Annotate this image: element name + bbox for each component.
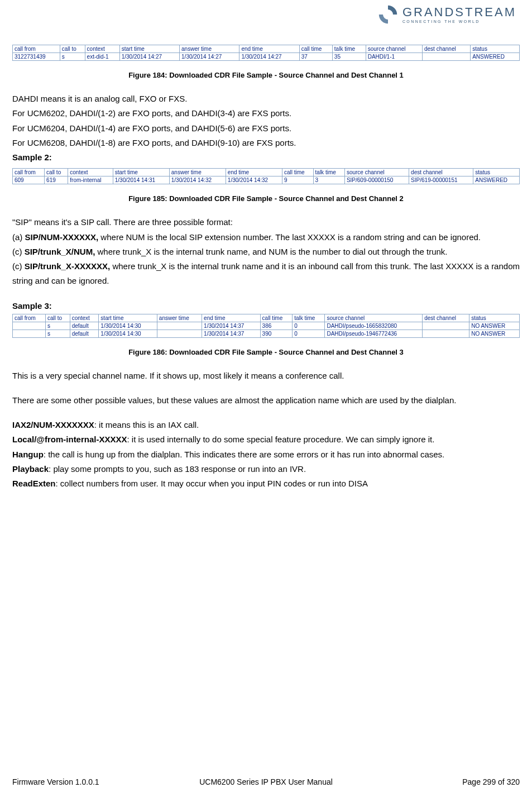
- table-cell: 1/30/2014 14:27: [239, 53, 299, 61]
- text-line: Hangup: the call is hung up from the dia…: [12, 447, 520, 462]
- conference-explanation: This is a very special channel name. If …: [12, 369, 520, 491]
- table-cell: 619: [45, 176, 68, 184]
- column-header: answer time: [157, 314, 202, 322]
- sample-2-heading: Sample 2:: [12, 150, 520, 165]
- column-header: dest channel: [409, 169, 473, 176]
- text-line: "SIP" means it's a SIP call. There are t…: [12, 215, 520, 230]
- table-cell: 1/30/2014 14:37: [202, 322, 260, 330]
- column-header: call from: [13, 45, 60, 53]
- column-header: call to: [46, 314, 70, 322]
- column-header: status: [469, 314, 520, 322]
- table-cell: ANSWERED: [471, 53, 520, 61]
- table-cell: 35: [332, 53, 366, 61]
- table-cell: [423, 330, 469, 337]
- table-cell: 9: [282, 176, 313, 184]
- logo-tagline: CONNECTING THE WORLD: [402, 20, 516, 23]
- table-cell: 3122731439: [13, 53, 60, 61]
- table-cell: DAHDI/pseudo-1946772436: [325, 330, 423, 337]
- table-cell: [157, 322, 202, 330]
- column-header: dest channel: [422, 45, 470, 53]
- grandstream-swoosh-icon: [378, 4, 398, 25]
- table-row: sdefault1/30/2014 14:301/30/2014 14:3738…: [13, 322, 520, 330]
- column-header: context: [85, 45, 119, 53]
- table-cell: 1/30/2014 14:32: [169, 176, 226, 184]
- text-line: Playback: play some prompts to you, such…: [12, 462, 520, 476]
- table-cell: [423, 322, 469, 330]
- text-line: There are some other possible values, bu…: [12, 393, 520, 408]
- sample-3-heading: Sample 3:: [12, 301, 520, 311]
- text-line: Local/@from-internal-XXXXX: it is used i…: [12, 432, 520, 447]
- figure-caption-186: Figure 186: Downloaded CDR File Sample -…: [12, 348, 520, 356]
- column-header: context: [70, 314, 99, 322]
- column-header: answer time: [169, 169, 226, 176]
- column-header: call from: [13, 314, 46, 322]
- table-row: 3122731439sext-did-11/30/2014 14:271/30/…: [13, 53, 520, 61]
- column-header: call to: [60, 45, 85, 53]
- table-cell: 1/30/2014 14:30: [99, 330, 157, 337]
- table-cell: 1/30/2014 14:37: [202, 330, 260, 337]
- table-cell: 1/30/2014 14:27: [119, 53, 179, 61]
- cdr-table-3: call fromcall tocontextstart timeanswer …: [12, 314, 520, 338]
- cdr-table-1: call fromcall tocontextstart timeanswer …: [12, 45, 520, 61]
- column-header: answer time: [180, 45, 239, 53]
- table-cell: 1/30/2014 14:30: [99, 322, 157, 330]
- text-line: For UCM6202, DAHDI/(1-2) are FXO ports, …: [12, 106, 520, 121]
- logo-text: GRANDSTREAM: [402, 6, 516, 18]
- table-cell: NO ANSWER: [469, 330, 520, 337]
- table-cell: from-internal: [68, 176, 113, 184]
- text-line: ReadExten: collect numbers from user. It…: [12, 476, 520, 491]
- column-header: status: [471, 45, 520, 53]
- table-cell: 1/30/2014 14:31: [113, 176, 169, 184]
- table-cell: DAHDI/pseudo-1665832080: [325, 322, 423, 330]
- table-cell: [157, 330, 202, 337]
- column-header: start time: [113, 169, 169, 176]
- table-cell: s: [60, 53, 85, 61]
- column-header: end time: [239, 45, 299, 53]
- column-header: end time: [202, 314, 260, 322]
- column-header: call time: [282, 169, 313, 176]
- column-header: talk time: [293, 314, 325, 322]
- table-cell: SIP/609-00000150: [344, 176, 409, 184]
- column-header: context: [68, 169, 113, 176]
- figure-caption-185: Figure 185: Downloaded CDR File Sample -…: [12, 194, 520, 203]
- column-header: talk time: [313, 169, 344, 176]
- column-header: status: [473, 169, 520, 176]
- table-cell: [13, 330, 46, 337]
- column-header: start time: [119, 45, 179, 53]
- column-header: call time: [260, 314, 293, 322]
- table-cell: ANSWERED: [473, 176, 520, 184]
- table-cell: 0: [293, 330, 325, 337]
- table-cell: 3: [313, 176, 344, 184]
- footer-title: UCM6200 Series IP PBX User Manual: [12, 777, 520, 786]
- column-header: call from: [13, 169, 45, 176]
- column-header: call to: [45, 169, 68, 176]
- text-line: DAHDI means it is an analog call, FXO or…: [12, 92, 520, 106]
- sip-explanation: "SIP" means it's a SIP call. There are t…: [12, 215, 520, 288]
- text-line: (c) SIP/trunk_X-XXXXXX, where trunk_X is…: [12, 259, 520, 289]
- table-cell: 0: [293, 322, 325, 330]
- column-header: dest channel: [423, 314, 469, 322]
- text-line: For UCM6208, DAHDI/(1-8) are FXO ports, …: [12, 136, 520, 150]
- table-header-row: call fromcall tocontextstart timeanswer …: [13, 169, 520, 176]
- table-row: 609619from-internal1/30/2014 14:311/30/2…: [13, 176, 520, 184]
- text-line: (a) SIP/NUM-XXXXXX, where NUM is the loc…: [12, 230, 520, 245]
- table-cell: s: [46, 330, 70, 337]
- table-cell: SIP/619-00000151: [409, 176, 473, 184]
- table-cell: default: [70, 322, 99, 330]
- table-cell: default: [70, 330, 99, 337]
- column-header: source channel: [344, 169, 409, 176]
- text-line: (c) SIP/trunk_X/NUM, where trunk_X is th…: [12, 245, 520, 259]
- column-header: talk time: [332, 45, 366, 53]
- table-cell: [13, 322, 46, 330]
- table-cell: ext-did-1: [85, 53, 119, 61]
- column-header: source channel: [366, 45, 422, 53]
- table-cell: s: [46, 322, 70, 330]
- table-cell: 390: [260, 330, 293, 337]
- table-cell: DAHDI/1-1: [366, 53, 422, 61]
- cdr-table-2: call fromcall tocontextstart timeanswer …: [12, 168, 520, 184]
- column-header: call time: [299, 45, 332, 53]
- text-line: IAX2/NUM-XXXXXXX: it means this is an IA…: [12, 418, 520, 432]
- table-cell: 1/30/2014 14:27: [180, 53, 239, 61]
- column-header: start time: [99, 314, 157, 322]
- table-cell: 37: [299, 53, 332, 61]
